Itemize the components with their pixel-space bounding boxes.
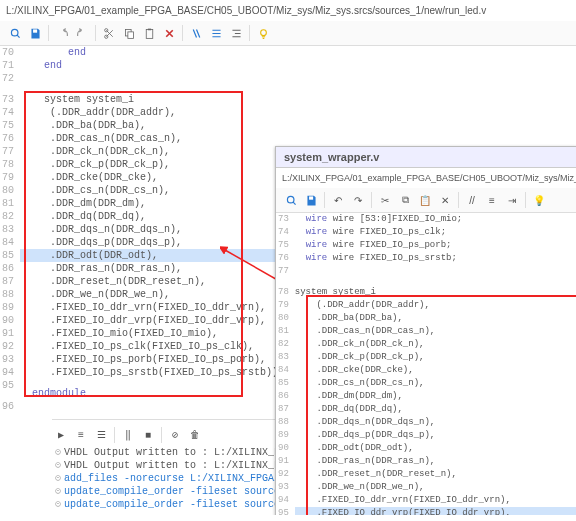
panel-title: system_wrapper.v [276, 147, 576, 168]
svg-rect-10 [309, 196, 313, 199]
code-line: .DDR_ba(DDR_ba), [20, 119, 576, 132]
redo-icon[interactable]: ↷ [349, 191, 367, 209]
indent-icon[interactable] [227, 24, 245, 42]
svg-point-0 [11, 29, 18, 36]
cut-icon[interactable]: ✂ [376, 191, 394, 209]
toolbar [0, 21, 576, 46]
copy-icon[interactable] [120, 24, 138, 42]
comment-icon[interactable]: // [463, 191, 481, 209]
svg-point-9 [287, 196, 294, 203]
search-icon[interactable] [6, 24, 24, 42]
clear-icon[interactable]: ⊘ [166, 426, 184, 444]
gutter: 7374757677787980818283848586878889909192… [276, 213, 295, 515]
delete-icon[interactable] [160, 24, 178, 42]
file-path: L:/XILINX_FPGA/01_example_FPGA_BASE/CH05… [276, 168, 576, 188]
bulb-icon[interactable] [254, 24, 272, 42]
save-icon[interactable] [302, 191, 320, 209]
file-path: L:/XILINX_FPGA/01_example_FPGA_BASE/CH05… [0, 0, 576, 21]
paste-icon[interactable] [140, 24, 158, 42]
code-line: end [20, 46, 576, 59]
copy-icon[interactable]: ⧉ [396, 191, 414, 209]
column-icon[interactable]: ☰ [92, 426, 110, 444]
svg-rect-5 [127, 31, 133, 38]
bulb-icon[interactable]: 💡 [530, 191, 548, 209]
indent-icon[interactable]: ⇥ [503, 191, 521, 209]
code-lines: wire wire [53:0]FIXED_IO_mio; wire wire … [295, 213, 576, 515]
search-icon[interactable] [282, 191, 300, 209]
code-line: .DDR_cas_n(DDR_cas_n), [20, 132, 576, 145]
svg-rect-1 [33, 29, 37, 32]
log-line: update_compile_order -fileset sources_1 [64, 485, 298, 498]
svg-rect-7 [147, 28, 150, 30]
undo-icon[interactable]: ↶ [329, 191, 347, 209]
undo-icon[interactable] [53, 24, 71, 42]
second-panel: system_wrapper.v L:/XILINX_FPGA/01_examp… [275, 146, 576, 515]
code-line: end [20, 59, 576, 72]
code-line: system system_i [20, 93, 576, 106]
svg-rect-6 [146, 29, 153, 38]
format-icon[interactable] [207, 24, 225, 42]
save-icon[interactable] [26, 24, 44, 42]
delete-icon[interactable]: ✕ [436, 191, 454, 209]
paste-icon[interactable]: 📋 [416, 191, 434, 209]
redo-icon[interactable] [73, 24, 91, 42]
stop-icon[interactable]: ■ [139, 426, 157, 444]
toolbar: ↶ ↷ ✂ ⧉ 📋 ✕ // ≡ ⇥ 💡 [276, 188, 576, 213]
trash-icon[interactable]: 🗑 [186, 426, 204, 444]
filter-icon[interactable]: ≡ [72, 426, 90, 444]
svg-point-8 [260, 29, 266, 35]
code-line: (.DDR_addr(DDR_addr), [20, 106, 576, 119]
log-line: update_compile_order -fileset sources_1 [64, 498, 298, 511]
run-icon[interactable]: ▶ [52, 426, 70, 444]
code-editor[interactable]: 7374757677787980818283848586878889909192… [276, 213, 576, 515]
cut-icon[interactable] [100, 24, 118, 42]
comment-icon[interactable] [187, 24, 205, 42]
format-icon[interactable]: ≡ [483, 191, 501, 209]
pause-icon[interactable]: ‖ [119, 426, 137, 444]
gutter: 7071727374757677787980818283848586878889… [0, 46, 20, 413]
